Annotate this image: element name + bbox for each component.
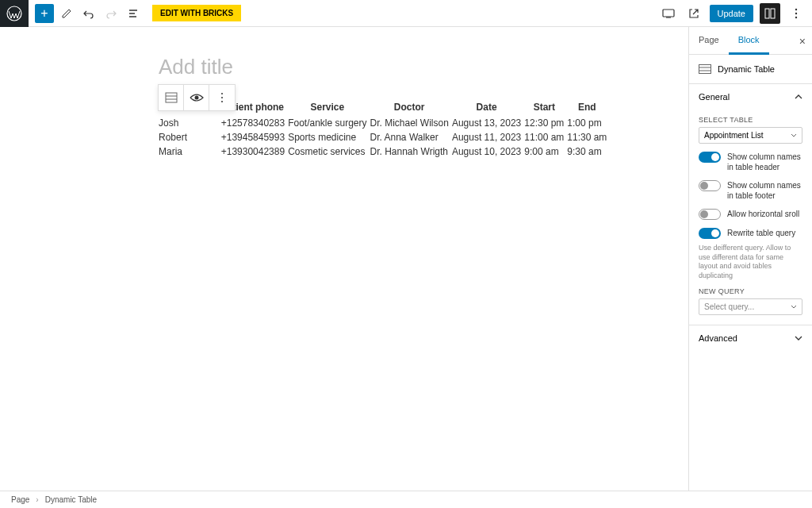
select-table-dropdown[interactable]: Appointment List (699, 127, 802, 144)
col-header: Doctor (370, 100, 452, 116)
block-type-icon[interactable] (159, 85, 184, 110)
panel-advanced-header[interactable]: Advanced (689, 325, 812, 351)
block-name-row: Dynamic Table (689, 55, 812, 84)
more-icon[interactable] (787, 4, 806, 23)
chevron-up-icon (795, 94, 802, 99)
new-query-label: NEW QUERY (699, 287, 802, 295)
tab-page[interactable]: Page (689, 27, 729, 54)
top-toolbar: + EDIT WITH BRICKS Update (0, 0, 812, 27)
crumb-current[interactable]: Dynamic Table (45, 495, 97, 504)
panel-general-header[interactable]: General (689, 84, 812, 110)
document-outline-icon[interactable] (124, 4, 143, 23)
edit-icon[interactable] (57, 4, 76, 23)
col-header: Date (452, 100, 524, 116)
breadcrumb: Page › Dynamic Table (0, 491, 812, 508)
col-header: Service (288, 100, 370, 116)
svg-point-6 (795, 12, 797, 13)
svg-rect-3 (765, 9, 769, 18)
new-query-dropdown[interactable]: Select query... (699, 298, 802, 315)
main-area: Add title Patient name Patient phone Ser… (0, 27, 812, 491)
update-button[interactable]: Update (710, 5, 753, 22)
panel-general-body: SELECT TABLE Appointment List Show colum… (689, 110, 812, 325)
toggle-header[interactable] (699, 152, 721, 163)
table-row: Robert+13945845993Sports medicineDr. Ann… (159, 130, 610, 144)
external-link-icon[interactable] (684, 4, 703, 23)
redo-icon[interactable] (102, 4, 121, 23)
toggle-rewrite-row: Rewrite table query (699, 228, 802, 239)
editor-canvas[interactable]: Add title Patient name Patient phone Ser… (0, 27, 688, 491)
chevron-down-icon (795, 336, 802, 341)
select-table-label: SELECT TABLE (699, 116, 802, 124)
toggle-footer[interactable] (699, 180, 721, 191)
svg-rect-15 (699, 65, 711, 74)
table-row: Maria+13930042389Cosmetic servicesDr. Ha… (159, 144, 610, 159)
toggle-scroll[interactable] (699, 209, 721, 220)
toggle-scroll-row: Allow horizontal sroll (699, 209, 802, 220)
wp-logo[interactable] (0, 0, 29, 27)
toggle-rewrite[interactable] (699, 228, 721, 239)
chevron-right-icon: › (36, 495, 38, 504)
view-icon[interactable] (659, 4, 678, 23)
settings-sidebar: Page Block × Dynamic Table General SELEC… (688, 27, 812, 491)
svg-rect-1 (663, 10, 674, 17)
close-icon[interactable]: × (799, 35, 806, 48)
toggle-header-row: Show column names in table header (699, 152, 802, 172)
svg-point-12 (221, 93, 223, 94)
toolbar-left: + EDIT WITH BRICKS (29, 4, 241, 23)
svg-point-11 (194, 96, 198, 100)
wordpress-icon (6, 6, 22, 21)
table-icon (699, 64, 711, 74)
svg-point-13 (221, 97, 223, 98)
chevron-down-icon (791, 305, 797, 309)
block-name-label: Dynamic Table (718, 64, 775, 74)
svg-rect-4 (771, 9, 775, 18)
block-more-icon[interactable] (209, 85, 235, 110)
rewrite-help-text: Use deifferent query. Allow to use diffe… (699, 244, 802, 281)
svg-point-5 (795, 8, 797, 10)
chevron-down-icon (791, 133, 797, 137)
col-header: Start (524, 100, 567, 116)
toggle-footer-row: Show column names in table footer (699, 180, 802, 201)
svg-point-14 (221, 101, 223, 102)
crumb-page[interactable]: Page (11, 495, 29, 504)
settings-button[interactable] (760, 3, 780, 24)
svg-point-7 (795, 16, 797, 17)
tab-block[interactable]: Block (729, 27, 769, 55)
undo-icon[interactable] (79, 4, 98, 23)
toolbar-right: Update (659, 3, 812, 24)
add-block-button[interactable]: + (35, 4, 54, 23)
page-title-input[interactable]: Add title (159, 55, 688, 79)
svg-rect-8 (166, 93, 177, 102)
edit-with-bricks-button[interactable]: EDIT WITH BRICKS (152, 5, 241, 21)
col-header: End (567, 100, 610, 116)
sidebar-tabs: Page Block × (689, 27, 812, 55)
block-toolbar (158, 84, 236, 111)
table-row: Josh+12578340283Foot/ankle surgeryDr. Mi… (159, 116, 610, 130)
preview-icon[interactable] (184, 85, 209, 110)
